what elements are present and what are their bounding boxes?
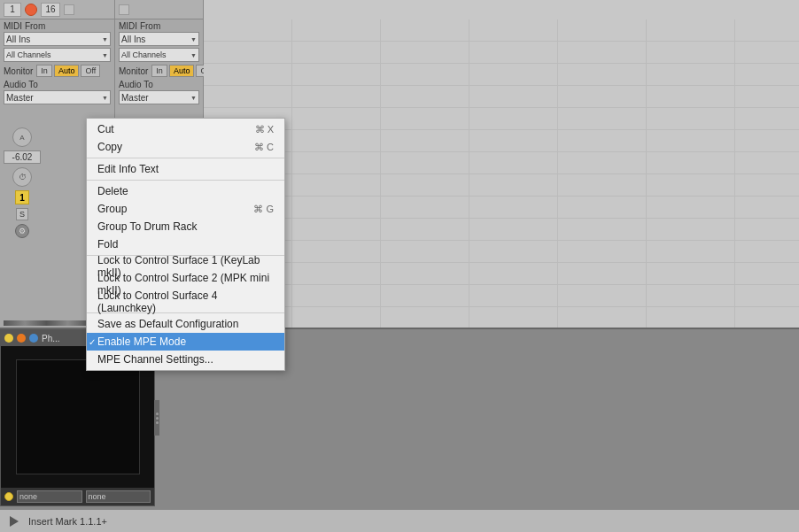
audio-to-select-right[interactable]: Master <box>119 90 199 104</box>
menu-item-group-drum-label: Group To Drum Rack <box>97 220 197 233</box>
menu-item-save-default-label: Save as Default Configuration <box>97 318 238 330</box>
resize-dot-2 <box>156 417 159 420</box>
monitor-off-btn-left[interactable]: Off <box>81 65 100 77</box>
midi-source-select-right[interactable]: All Ins <box>119 32 199 46</box>
track-number-box: 1 <box>4 3 21 17</box>
track-controls-left: A -6.02 ⏱ 1 S ⚙ <box>4 124 41 238</box>
monitor-label-right: Monitor <box>119 66 148 76</box>
menu-item-mpe-channel-settings[interactable]: MPE Channel Settings... <box>87 351 284 368</box>
volume-display-left: -6.02 <box>4 150 41 164</box>
status-bar: Insert Mark 1.1.1+ <box>0 509 799 532</box>
knob-icon: A <box>19 134 24 142</box>
track-expand-button[interactable] <box>64 4 74 15</box>
menu-item-group-drum[interactable]: Group To Drum Rack <box>87 218 284 235</box>
audio-to-label-left: Audio To <box>4 80 111 89</box>
play-button[interactable] <box>7 514 21 528</box>
monitor-row-right: Monitor In Auto Off <box>119 64 199 78</box>
midi-channel-value-right: All Channels <box>121 50 167 59</box>
plugin-select-right[interactable]: none <box>86 490 151 503</box>
midi-channel-select-left[interactable]: All Channels <box>4 48 111 62</box>
plugin-select-left[interactable]: none <box>17 490 82 503</box>
plugin-power-indicator <box>4 492 13 501</box>
resize-dot-3 <box>156 421 159 424</box>
monitor-in-btn-right[interactable]: In <box>151 65 167 77</box>
resize-handle[interactable] <box>154 400 159 436</box>
gear-button-left[interactable]: ⚙ <box>15 224 29 238</box>
monitor-row-left: Monitor In Auto Off <box>4 64 111 78</box>
midi-from-label-left: MIDI From <box>4 21 111 31</box>
menu-separator-2 <box>87 180 284 181</box>
midi-channel-value-left: All Channels <box>6 50 51 59</box>
menu-item-copy-label: Copy <box>97 141 122 153</box>
menu-item-cut-shortcut: ⌘ X <box>255 124 274 135</box>
midi-from-section-left: MIDI From All Ins All Channels Monitor I… <box>0 19 114 108</box>
menu-item-delete-label: Delete <box>97 185 128 197</box>
main-area: 1 16 MIDI From All Ins All Channels Moni <box>0 0 799 532</box>
resize-dot-1 <box>156 412 159 415</box>
midi-channel-select-right[interactable]: All Channels <box>119 48 199 62</box>
midi-source-select-left[interactable]: All Ins <box>4 32 111 46</box>
plugin-dot-orange <box>17 334 26 343</box>
timeline-area <box>204 0 799 328</box>
track-header-right <box>115 0 203 19</box>
timer-icon-left: ⏱ <box>12 167 32 187</box>
midi-from-section-right: MIDI From All Ins All Channels Monitor I… <box>115 19 203 108</box>
status-text: Insert Mark 1.1.1+ <box>28 516 107 527</box>
track-num-right: 16 <box>41 3 60 17</box>
menu-item-group-shortcut: ⌘ G <box>253 204 274 215</box>
track-num-right-label: 16 <box>45 4 55 14</box>
menu-separator-1 <box>87 158 284 158</box>
monitor-in-btn-left[interactable]: In <box>36 65 52 77</box>
num-button-left[interactable]: 1 <box>15 190 29 204</box>
grid-area <box>204 19 799 328</box>
horizontal-lines <box>204 19 799 328</box>
menu-item-save-default[interactable]: Save as Default Configuration <box>87 315 284 333</box>
menu-item-lock-cs4-label: Lock to Control Surface 4 (Launchkey) <box>97 289 274 314</box>
monitor-auto-btn-left[interactable]: Auto <box>54 65 80 77</box>
plugin-dot-yellow <box>4 334 13 343</box>
plugin-dot-blue <box>29 334 38 343</box>
monitor-label-left: Monitor <box>4 66 33 76</box>
knob-left[interactable]: A <box>12 127 32 147</box>
menu-item-enable-mpe-checkmark: ✓ <box>89 337 96 347</box>
track-power-button[interactable] <box>25 4 37 16</box>
menu-item-delete[interactable]: Delete <box>87 182 284 200</box>
context-menu: Cut ⌘ X Copy ⌘ C Edit Info Text Delete G… <box>86 118 285 371</box>
menu-item-copy[interactable]: Copy ⌘ C <box>87 138 284 156</box>
midi-from-label-right: MIDI From <box>119 21 199 31</box>
track-number-label: 1 <box>10 4 15 14</box>
monitor-auto-btn-right[interactable]: Auto <box>169 65 195 77</box>
s-button-left[interactable]: S <box>16 208 28 220</box>
menu-item-fold[interactable]: Fold <box>87 235 284 253</box>
menu-item-cut[interactable]: Cut ⌘ X <box>87 120 284 138</box>
plugin-controls-bottom: none none <box>1 488 154 505</box>
menu-item-copy-shortcut: ⌘ C <box>254 142 274 153</box>
audio-to-label-right: Audio To <box>119 80 199 89</box>
plugin-canvas <box>16 359 140 474</box>
menu-item-cut-label: Cut <box>97 123 114 135</box>
menu-item-lock-cs4[interactable]: Lock to Control Surface 4 (Launchkey) <box>87 293 284 311</box>
audio-to-value-right: Master <box>121 93 149 103</box>
menu-item-enable-mpe-label: Enable MPE Mode <box>97 335 186 348</box>
menu-item-edit-info-text-label: Edit Info Text <box>97 163 159 175</box>
menu-item-group-label: Group <box>97 203 127 215</box>
midi-source-value-right: All Ins <box>121 35 145 44</box>
track-header-left: 1 16 <box>0 0 114 19</box>
menu-item-fold-label: Fold <box>97 238 118 251</box>
midi-source-value-left: All Ins <box>6 35 30 44</box>
menu-item-mpe-channel-settings-label: MPE Channel Settings... <box>97 353 213 366</box>
play-triangle-icon <box>10 516 19 527</box>
track-expand-right[interactable] <box>119 4 129 15</box>
menu-item-edit-info-text[interactable]: Edit Info Text <box>87 160 284 178</box>
menu-item-group[interactable]: Group ⌘ G <box>87 200 284 218</box>
timer-unicode: ⏱ <box>19 173 27 181</box>
menu-item-enable-mpe[interactable]: ✓ Enable MPE Mode <box>87 333 284 351</box>
audio-to-value-left: Master <box>6 93 34 103</box>
audio-to-select-left[interactable]: Master <box>4 90 111 104</box>
